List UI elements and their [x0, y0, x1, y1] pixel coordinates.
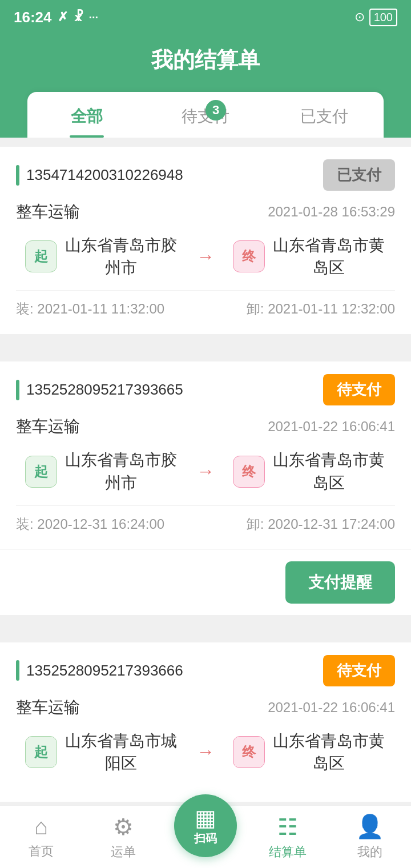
nav-center-scan: ▦ 扫码: [164, 817, 247, 857]
order-id-bar: [16, 380, 19, 400]
to-location: 终 山东省青岛市黄岛区: [233, 234, 386, 279]
route-row: 起 山东省青岛市胶州市 → 终 山东省青岛市黄岛区: [16, 449, 395, 493]
arrow-icon: →: [196, 246, 215, 267]
nav-item-mine[interactable]: 👤 我的: [329, 813, 411, 861]
pending-badge: 3: [206, 100, 226, 120]
page-header: 我的结算单: [0, 34, 411, 92]
orders-icon: ⚙: [113, 814, 134, 840]
order-id: 1352528095217393665: [16, 380, 183, 400]
order-type-row: 整车运输 2021-01-22 16:06:41: [16, 697, 395, 718]
wifi-icon: ⊙: [354, 10, 365, 25]
time-row: 装: 2020-12-31 16:24:00 卸: 2020-12-31 17:…: [16, 505, 395, 533]
nav-item-settlement[interactable]: ☷ 结算单: [247, 814, 329, 861]
bottom-nav: ⌂ 首页 ⚙ 运单 ▦ 扫码 ☷ 结算单 👤 我的: [0, 805, 411, 868]
scan-icon: ▦: [195, 805, 216, 831]
order-card: 1352528095217393665 待支付 整车运输 2021-01-22 …: [0, 361, 411, 614]
arrow-icon: →: [196, 461, 215, 482]
card-header: 1354714200310226948 已支付: [0, 147, 411, 201]
mine-icon: 👤: [356, 813, 384, 840]
end-tag: 终: [233, 240, 265, 272]
order-card: 1352528095217393666 待支付 整车运输 2021-01-22 …: [0, 642, 411, 802]
home-icon: ⌂: [34, 814, 48, 839]
card-body: 整车运输 2021-01-22 16:06:41 起 山东省青岛市城阳区 → 终…: [0, 697, 411, 802]
to-location: 终 山东省青岛市黄岛区: [233, 449, 386, 493]
tabs-container: 全部 待支付 3 已支付: [27, 92, 384, 138]
content-area: 1354714200310226948 已支付 整车运输 2021-01-28 …: [0, 138, 411, 868]
card-header: 1352528095217393666 待支付: [0, 642, 411, 697]
pay-reminder-button[interactable]: 支付提醒: [285, 561, 395, 604]
from-location: 起 山东省青岛市胶州市: [25, 234, 178, 279]
order-id-bar: [16, 165, 19, 186]
page-title: 我的结算单: [0, 46, 411, 75]
card-body: 整车运输 2021-01-22 16:06:41 起 山东省青岛市胶州市 → 终…: [0, 416, 411, 549]
status-icons: ⊙ 100: [354, 9, 397, 26]
start-tag: 起: [25, 240, 57, 272]
status-time: 16:24 ✗ ☧ ···: [14, 9, 98, 26]
end-tag: 终: [233, 736, 265, 768]
card-spacer: [0, 343, 411, 361]
status-badge-pending: 待支付: [323, 374, 395, 405]
time-row: 装: 2021-01-11 11:32:00 卸: 2021-01-11 12:…: [16, 290, 395, 318]
scan-button[interactable]: ▦ 扫码: [174, 794, 237, 857]
start-tag: 起: [25, 736, 57, 768]
end-tag: 终: [233, 456, 265, 488]
card-body: 整车运输 2021-01-28 16:53:29 起 山东省青岛市胶州市 → 终…: [0, 201, 411, 334]
from-location: 起 山东省青岛市城阳区: [25, 730, 178, 774]
status-badge-pending: 待支付: [323, 655, 395, 686]
order-type-row: 整车运输 2021-01-28 16:53:29: [16, 201, 395, 223]
tab-all[interactable]: 全部: [27, 92, 146, 138]
order-id: 1352528095217393666: [16, 660, 183, 681]
start-tag: 起: [25, 456, 57, 488]
nav-item-orders[interactable]: ⚙ 运单: [82, 814, 164, 861]
nav-item-home[interactable]: ⌂ 首页: [0, 814, 82, 860]
to-location: 终 山东省青岛市黄岛区: [233, 730, 386, 774]
battery-icon: 100: [369, 9, 397, 26]
route-row: 起 山东省青岛市城阳区 → 终 山东省青岛市黄岛区: [16, 730, 395, 774]
tab-pending[interactable]: 待支付 3: [146, 92, 265, 138]
pay-reminder-row: 支付提醒: [0, 549, 411, 615]
arrow-icon: →: [196, 741, 215, 762]
card-spacer: [0, 624, 411, 642]
order-id: 1354714200310226948: [16, 165, 183, 186]
order-id-bar: [16, 660, 19, 681]
status-badge-paid: 已支付: [323, 159, 395, 191]
order-type-row: 整车运输 2021-01-22 16:06:41: [16, 416, 395, 437]
route-row: 起 山东省青岛市胶州市 → 终 山东省青岛市黄岛区: [16, 234, 395, 279]
tab-paid[interactable]: 已支付: [265, 92, 384, 138]
status-bar: 16:24 ✗ ☧ ··· ⊙ 100: [0, 0, 411, 34]
card-header: 1352528095217393665 待支付: [0, 361, 411, 416]
from-location: 起 山东省青岛市胶州市: [25, 449, 178, 493]
order-card: 1354714200310226948 已支付 整车运输 2021-01-28 …: [0, 147, 411, 334]
settlement-icon: ☷: [277, 814, 298, 840]
